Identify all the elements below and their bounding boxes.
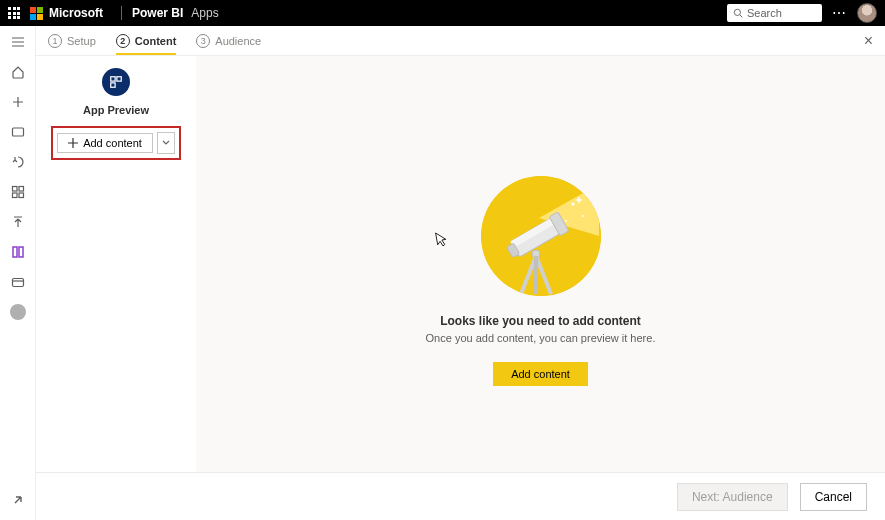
svg-rect-11 <box>117 77 121 81</box>
search-placeholder: Search <box>747 7 782 19</box>
empty-state-subtitle: Once you add content, you can preview it… <box>426 332 656 344</box>
next-button: Next: Audience <box>677 483 788 511</box>
plus-icon <box>68 138 78 148</box>
svg-rect-2 <box>12 128 23 136</box>
svg-rect-7 <box>13 247 17 257</box>
wizard-tab-label: Audience <box>215 35 261 47</box>
wizard-tabs: 1 Setup 2 Content 3 Audience × <box>36 26 885 56</box>
expand-nav-icon[interactable] <box>10 492 26 508</box>
content-row: App Preview Add content <box>36 56 885 472</box>
workspace-badge-icon[interactable] <box>10 304 26 320</box>
svg-rect-3 <box>12 187 17 192</box>
svg-rect-5 <box>12 193 17 198</box>
wizard-footer: Next: Audience Cancel <box>36 472 885 520</box>
learn-icon[interactable] <box>10 244 26 260</box>
cursor-icon <box>434 230 449 251</box>
svg-line-1 <box>740 15 743 18</box>
add-content-highlight: Add content <box>51 126 181 160</box>
workspaces-icon[interactable] <box>10 274 26 290</box>
cancel-button[interactable]: Cancel <box>800 483 867 511</box>
wizard-tab-label: Content <box>135 35 177 47</box>
app-badge-icon <box>102 68 130 96</box>
wizard-tab-setup[interactable]: 1 Setup <box>48 28 96 54</box>
microsoft-logo: Microsoft <box>30 6 103 20</box>
microsoft-logo-icon <box>30 7 43 20</box>
app-preview-panel: App Preview Add content <box>36 56 196 472</box>
svg-point-0 <box>734 9 740 15</box>
deployment-icon[interactable] <box>10 214 26 230</box>
header-section[interactable]: Apps <box>191 6 218 20</box>
step-number-icon: 3 <box>196 34 210 48</box>
wizard-tab-content[interactable]: 2 Content <box>116 28 177 54</box>
create-icon[interactable] <box>10 94 26 110</box>
svg-rect-10 <box>111 77 115 81</box>
svg-rect-6 <box>19 193 24 198</box>
empty-state-illustration <box>481 176 601 296</box>
left-nav-rail <box>0 26 36 520</box>
preview-canvas: Looks like you need to add content Once … <box>196 56 885 472</box>
svg-point-15 <box>571 203 574 206</box>
metrics-icon[interactable] <box>10 154 26 170</box>
step-number-icon: 1 <box>48 34 62 48</box>
svg-rect-4 <box>19 187 24 192</box>
chevron-down-icon <box>162 139 170 147</box>
main-area: 1 Setup 2 Content 3 Audience × App Previ… <box>36 26 885 520</box>
app-preview-title: App Preview <box>83 104 149 116</box>
more-options-icon[interactable]: ⋯ <box>832 6 847 20</box>
global-header: Microsoft Power BI Apps Search ⋯ <box>0 0 885 26</box>
step-number-icon: 2 <box>116 34 130 48</box>
apps-icon[interactable] <box>10 184 26 200</box>
empty-state-title: Looks like you need to add content <box>440 314 641 328</box>
svg-point-17 <box>565 220 567 222</box>
add-content-dropdown[interactable] <box>157 132 175 154</box>
add-content-label: Add content <box>83 137 142 149</box>
home-icon[interactable] <box>10 64 26 80</box>
wizard-tab-label: Setup <box>67 35 96 47</box>
search-icon <box>733 8 743 18</box>
svg-point-16 <box>582 215 584 217</box>
app-launcher-icon[interactable] <box>8 7 20 19</box>
wizard-tab-audience[interactable]: 3 Audience <box>196 28 261 54</box>
svg-rect-9 <box>12 279 23 287</box>
brand-product[interactable]: Power BI <box>121 6 183 20</box>
search-input[interactable]: Search <box>727 4 822 22</box>
browse-icon[interactable] <box>10 124 26 140</box>
svg-rect-8 <box>19 247 23 257</box>
empty-state-add-button[interactable]: Add content <box>493 362 588 386</box>
brand-microsoft: Microsoft <box>49 6 103 20</box>
close-icon[interactable]: × <box>864 32 873 50</box>
hamburger-icon[interactable] <box>10 34 26 50</box>
user-avatar[interactable] <box>857 3 877 23</box>
add-content-button[interactable]: Add content <box>57 133 153 153</box>
svg-rect-12 <box>111 83 115 87</box>
